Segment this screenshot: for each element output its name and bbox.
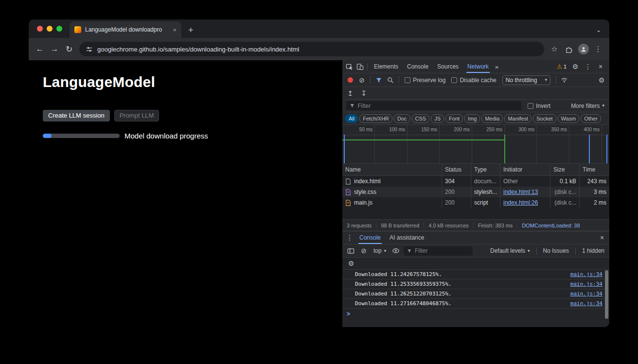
network-conditions-icon[interactable]	[559, 73, 570, 87]
invert-checkbox[interactable]	[528, 103, 533, 109]
column-header-status[interactable]: Status	[442, 164, 471, 175]
extensions-icon[interactable]	[562, 42, 576, 56]
preserve-log-checkbox[interactable]	[405, 77, 410, 83]
profile-avatar[interactable]	[576, 42, 591, 56]
more-tabs-icon[interactable]: »	[493, 63, 500, 70]
network-row[interactable]: style.css 200 stylesh... index.html:13 (…	[342, 187, 609, 197]
device-toolbar-icon[interactable]	[354, 60, 365, 73]
invert-checkbox-group[interactable]: Invert	[525, 103, 553, 109]
initiator-link[interactable]: index.html:13	[503, 189, 538, 195]
drawer-close-icon[interactable]: ×	[597, 231, 607, 244]
back-button[interactable]: ←	[33, 42, 47, 56]
filter-chip-other[interactable]: Other	[581, 114, 601, 123]
network-row[interactable]: index.html 304 docum... Other 0.1 kB 243…	[342, 176, 609, 187]
tab-elements[interactable]: Elements	[370, 60, 403, 73]
create-llm-session-button[interactable]: Create LLM session	[43, 110, 110, 121]
bookmark-star-icon[interactable]: ☆	[547, 42, 562, 56]
timeline-tick: 350 ms	[551, 127, 567, 132]
console-message: Downloaded 11.25335693359375%. main.js:3…	[342, 279, 609, 289]
filter-chip-fetch-xhr[interactable]: Fetch/XHR	[359, 114, 392, 123]
execution-context-select[interactable]: top ▾	[372, 247, 388, 254]
filter-chip-js[interactable]: JS	[431, 114, 444, 123]
preserve-log-checkbox-group[interactable]: Preserve log	[402, 77, 448, 84]
filter-chip-socket[interactable]: Socket	[533, 114, 556, 123]
filter-chip-img[interactable]: Img	[464, 114, 480, 123]
message-source-link[interactable]: main.js:34	[570, 271, 603, 277]
browser-menu-icon[interactable]: ⋮	[591, 42, 605, 56]
filter-chip-media[interactable]: Media	[481, 114, 503, 123]
tab-console[interactable]: Console	[403, 60, 433, 73]
console-sidebar-icon[interactable]	[345, 244, 356, 257]
tab-network[interactable]: Network	[463, 60, 493, 73]
console-prompt[interactable]: >	[342, 308, 609, 319]
request-time: 2 ms	[580, 197, 609, 208]
network-settings-icon[interactable]: ⚙	[596, 73, 607, 87]
filter-chip-doc[interactable]: Doc	[394, 114, 410, 123]
hidden-messages-label[interactable]: 1 hidden	[580, 247, 606, 254]
clear-network-log-icon[interactable]: ⊘	[356, 73, 367, 87]
filter-chip-manifest[interactable]: Manifest	[504, 114, 532, 123]
column-header-time[interactable]: Time	[580, 164, 609, 175]
maximize-window-button[interactable]	[56, 26, 62, 32]
column-header-initiator[interactable]: Initiator	[500, 164, 550, 175]
tab-search-button[interactable]: ⌄	[594, 25, 603, 34]
tab-sources[interactable]: Sources	[433, 60, 463, 73]
reload-button[interactable]: ↻	[62, 42, 76, 56]
filter-toggle-icon[interactable]	[373, 73, 384, 87]
filter-chip-all[interactable]: All	[345, 114, 358, 123]
browser-tab[interactable]: LanguageModel downloadpro ×	[70, 21, 181, 38]
divider	[536, 247, 537, 255]
filter-chip-font[interactable]: Font	[445, 114, 463, 123]
tab-close-icon[interactable]: ×	[173, 27, 177, 33]
message-source-link[interactable]: main.js:34	[570, 281, 603, 287]
prompt-llm-button[interactable]: Prompt LLM	[114, 110, 160, 121]
network-filter-input[interactable]	[357, 103, 518, 109]
drawer-tab-ai-assistance[interactable]: AI assistance	[385, 231, 428, 244]
network-toolbar: ⊘ Preserve log Disable cache	[342, 73, 609, 87]
search-icon[interactable]	[385, 73, 396, 87]
message-source-link[interactable]: main.js:34	[570, 291, 603, 297]
clear-console-icon[interactable]: ⊘	[358, 244, 369, 257]
devtools-panel: Elements Console Sources Network » ⚠ 1 ⚙…	[342, 60, 609, 327]
disable-cache-checkbox-group[interactable]: Disable cache	[449, 77, 498, 84]
drawer-tab-console[interactable]: Console	[355, 231, 385, 244]
filter-chip-css[interactable]: CSS	[412, 114, 430, 123]
column-header-name[interactable]: Name	[342, 164, 442, 175]
timeline-tick: 300 ms	[518, 127, 534, 132]
column-header-type[interactable]: Type	[471, 164, 500, 175]
eye-icon[interactable]	[390, 244, 401, 257]
devtools-settings-icon[interactable]: ⚙	[570, 63, 581, 70]
new-tab-button[interactable]: +	[188, 26, 194, 35]
inspect-element-icon[interactable]	[344, 60, 354, 73]
close-window-button[interactable]	[37, 26, 43, 32]
log-levels-select[interactable]: Default levels ▾	[488, 247, 532, 254]
console-settings-icon[interactable]: ⚙	[346, 258, 356, 269]
request-initiator: Other	[500, 176, 550, 187]
more-filters-dropdown[interactable]: More filters ▾	[571, 103, 605, 109]
issues-warning-badge[interactable]: ⚠ 1	[555, 64, 568, 69]
throttling-select[interactable]: No throttling ▾	[502, 75, 550, 85]
console-filter-input[interactable]	[415, 247, 469, 254]
network-filter-box[interactable]	[346, 101, 521, 110]
import-har-icon[interactable]: ↥	[345, 87, 355, 99]
column-header-size[interactable]: Size	[550, 164, 580, 175]
no-issues-label[interactable]: No Issues	[541, 247, 571, 254]
record-network-log-button[interactable]	[345, 73, 355, 87]
console-filter-box[interactable]	[404, 246, 473, 256]
console-scrollbar[interactable]	[605, 270, 608, 319]
forward-button[interactable]: →	[47, 42, 62, 56]
disable-cache-checkbox[interactable]	[451, 77, 457, 83]
network-row[interactable]: main.js 200 script index.html:26 (disk c…	[342, 197, 609, 208]
drawer-menu-icon[interactable]: ⋮	[344, 231, 355, 244]
progress-label: Model download progress	[124, 132, 208, 140]
devtools-close-icon[interactable]: ×	[595, 63, 606, 70]
message-text: Downloaded 11.27166748046875%.	[355, 300, 570, 307]
initiator-link[interactable]: index.html:26	[503, 199, 538, 206]
export-har-icon[interactable]: ↧	[358, 87, 369, 99]
message-source-link[interactable]: main.js:34	[570, 300, 603, 307]
minimize-window-button[interactable]	[47, 26, 53, 32]
site-settings-icon[interactable]	[86, 46, 93, 53]
devtools-menu-icon[interactable]: ⋮	[583, 63, 593, 70]
filter-chip-wasm[interactable]: Wasm	[558, 114, 580, 123]
address-bar[interactable]: googlechrome.github.io/samples/downloadi…	[79, 42, 544, 56]
